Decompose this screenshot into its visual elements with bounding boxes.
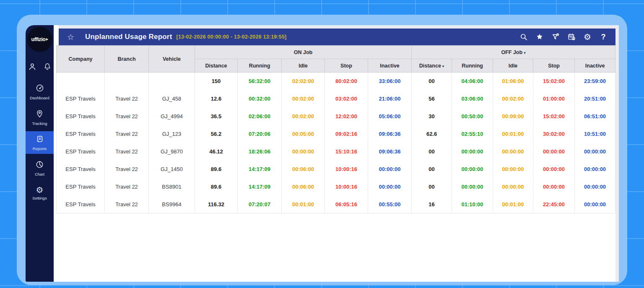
cell-vehicle: GJ_458 (149, 90, 195, 108)
cell-branch: Travel 22 (105, 196, 149, 213)
help-icon[interactable]: ? (599, 32, 608, 42)
favorite-star-filled-icon[interactable] (535, 32, 544, 42)
cell-vehicle: GJ_1450 (149, 161, 195, 178)
cell-off-stop: 15:02:00 (533, 108, 575, 125)
page-title: Unplanned Usage Report (85, 33, 172, 41)
cell-off-inactive: 00:00:00 (575, 178, 615, 196)
column-header-off-idle[interactable]: Idle (493, 59, 533, 73)
filter-funnel-icon[interactable] (551, 32, 560, 42)
chart-pie-icon (35, 163, 44, 170)
column-header-branch[interactable]: Branch (105, 46, 149, 73)
sidebar-item-reports[interactable]: Reports (26, 131, 54, 154)
column-header-on-stop[interactable]: Stop (325, 59, 368, 73)
cell-vehicle: BS8901 (149, 178, 195, 196)
cell-company: ESP Travels (57, 125, 105, 143)
cell-vehicle: GJ_4994 (149, 108, 195, 125)
cell-on-idle: 00:02:00 (282, 90, 325, 108)
cell-on-running: 14:17:09 (238, 178, 282, 196)
cell-company: ESP Travels (57, 161, 105, 178)
column-header-off-stop[interactable]: Stop (533, 59, 575, 73)
cell-on-inactive: 09:06:36 (368, 143, 412, 161)
column-header-company[interactable]: Company (57, 46, 105, 73)
cell-branch: Travel 22 (105, 108, 149, 125)
cell-on-idle: 00:05:00 (282, 125, 325, 143)
cell-on-stop: 15:10:16 (325, 143, 368, 161)
search-icon[interactable] (519, 32, 528, 42)
sidebar-item-settings[interactable]: ⚙ Settings (26, 182, 54, 203)
table-row: ESP TravelsTravel 22GJ_45812.600:32:0000… (57, 90, 615, 108)
sidebar-item-label: Reports (26, 146, 54, 151)
settings-gear-icon[interactable]: ⚙ (583, 32, 592, 42)
column-header-on-idle[interactable]: Idle (282, 59, 325, 73)
right-gutter (615, 25, 619, 282)
cell-on-inactive: 00:55:00 (368, 196, 412, 213)
cell-off-idle: 00:00:00 (493, 178, 533, 196)
cell-on-distance: 150 (195, 73, 238, 90)
cell-off-stop: 22:45:00 (533, 196, 575, 213)
main-content: ☆ Unplanned Usage Report [13-02-2026 00:… (54, 25, 619, 282)
cell-off-idle: 00:01:00 (493, 125, 533, 143)
cell-company: ESP Travels (57, 90, 105, 108)
sidebar: uffizio Dashboard (26, 25, 54, 282)
cell-off-running: 02:55:10 (452, 125, 493, 143)
group-header-on-job[interactable]: ON Job (195, 46, 412, 59)
report-date-range: [13-02-2026 00:00:00 - 13-02-2026 13:19:… (177, 34, 287, 40)
cell-off-idle: 00:01:00 (493, 196, 533, 213)
cell-off-distance: 16 (412, 196, 452, 213)
sidebar-item-dashboard[interactable]: Dashboard (26, 80, 54, 103)
settings-gear-icon: ⚙ (36, 185, 44, 195)
cell-on-stop: 10:00:16 (325, 178, 368, 196)
cell-on-inactive: 21:06:00 (368, 90, 412, 108)
table-row: ESP TravelsTravel 22GJ_145089.614:17:090… (57, 161, 615, 178)
app-window: uffizio Dashboard (26, 25, 619, 282)
column-header-off-distance[interactable]: Distance▾ (412, 59, 452, 73)
favorite-star-outline-icon[interactable]: ☆ (67, 32, 74, 42)
user-icon[interactable] (28, 62, 37, 71)
cell-off-distance: 00 (412, 161, 452, 178)
sidebar-item-tracking[interactable]: Tracking (26, 106, 54, 129)
cell-off-stop: 00:00:00 (533, 161, 575, 178)
cell-off-inactive: 00:00:00 (575, 196, 615, 213)
dashboard-speedometer-icon (35, 87, 44, 94)
cell-on-stop: 03:02:00 (325, 90, 368, 108)
column-header-vehicle[interactable]: Vehicle (149, 46, 195, 73)
empty-area (56, 213, 615, 282)
top-strip (59, 25, 615, 29)
cell-off-inactive: 23:59:00 (575, 73, 615, 90)
table-row: ESP TravelsTravel 22BS890189.614:17:0900… (57, 178, 615, 196)
bell-icon[interactable] (43, 62, 52, 71)
cell-on-running: 18:26:06 (238, 143, 282, 161)
cell-off-stop: 15:02:00 (533, 73, 575, 90)
sidebar-item-label: Dashboard (26, 96, 54, 100)
cell-off-distance: 56 (412, 90, 452, 108)
column-header-on-running[interactable]: Running (238, 59, 282, 73)
cell-off-running: 03:06:00 (452, 90, 493, 108)
cell-off-inactive: 10:51:00 (575, 125, 615, 143)
table-row: ESP TravelsTravel 22BS9964116.3207:20:07… (57, 196, 615, 213)
cell-off-idle: 00:00:00 (493, 161, 533, 178)
cell-on-stop: 06:05:16 (325, 196, 368, 213)
cell-company: ESP Travels (57, 143, 105, 161)
cell-off-distance: 30 (412, 108, 452, 125)
sidebar-item-label: Chart (26, 172, 54, 176)
group-header-off-job[interactable]: OFF Job▾ (412, 46, 615, 59)
cell-off-inactive: 00:00:00 (575, 143, 615, 161)
column-header-on-distance[interactable]: Distance (195, 59, 238, 73)
table-group-header-row: Company Branch Vehicle ON Job OFF Job▾ (57, 46, 615, 59)
cell-on-distance: 12.6 (195, 90, 238, 108)
column-header-off-running[interactable]: Running (452, 59, 493, 73)
column-header-off-inactive[interactable]: Inactive (575, 59, 615, 73)
cell-vehicle: BS9964 (149, 196, 195, 213)
calendar-clock-icon[interactable] (567, 32, 576, 42)
cell-off-distance: 00 (412, 178, 452, 196)
column-header-on-inactive[interactable]: Inactive (368, 59, 412, 73)
cell-company (57, 73, 105, 90)
cell-company: ESP Travels (57, 178, 105, 196)
chevron-down-icon: ▾ (524, 51, 526, 55)
cell-on-distance: 36.5 (195, 108, 238, 125)
cell-company: ESP Travels (57, 108, 105, 125)
table-row: ESP TravelsTravel 22GJ_987046.1218:26:06… (57, 143, 615, 161)
cell-on-idle: 00:06:00 (282, 178, 325, 196)
sidebar-item-chart[interactable]: Chart (26, 156, 54, 179)
cell-off-distance: 62.6 (412, 125, 452, 143)
